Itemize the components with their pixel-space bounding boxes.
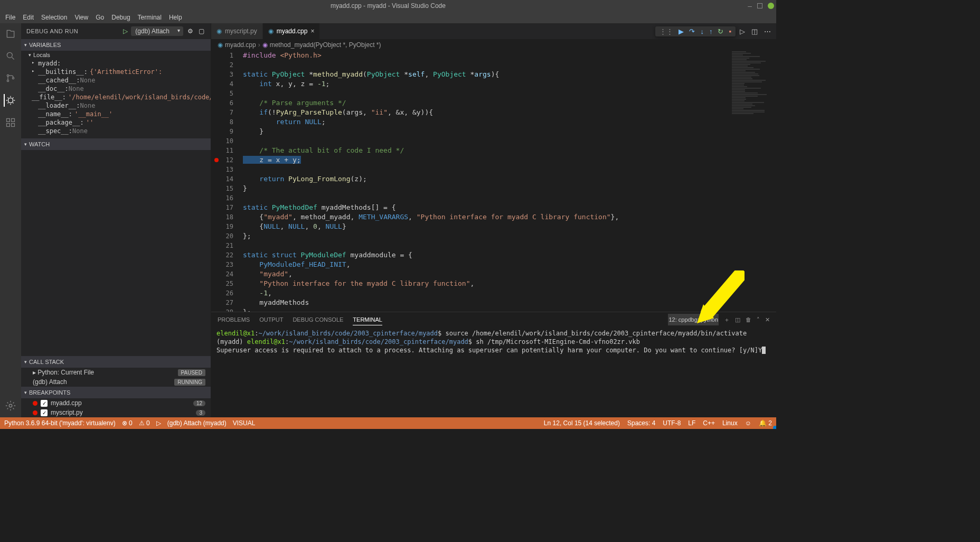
more-actions-icon[interactable]: ⋯: [764, 27, 771, 35]
svg-rect-7: [7, 124, 10, 127]
debug-icon[interactable]: [4, 94, 16, 107]
breadcrumb-file[interactable]: myadd.cpp: [225, 41, 256, 49]
debug-header: DEBUG AND RUN ▷ (gdb) Attach ⚙ ▢: [21, 23, 211, 39]
window-maximize-icon[interactable]: [757, 3, 762, 8]
settings-gear-icon[interactable]: [4, 399, 17, 412]
panel-tab-problems[interactable]: PROBLEMS: [218, 314, 250, 325]
step-out-icon[interactable]: ↑: [709, 27, 713, 35]
split-editor-icon[interactable]: ◫: [751, 27, 758, 35]
status-encoding[interactable]: UTF-8: [663, 419, 681, 427]
editor-tabs: ◉myscript.py◉myadd.cpp× ⋮⋮ ▶ ↷ ↓ ↑ ↻ ▪ ▷…: [211, 23, 776, 39]
code-editor[interactable]: 1234567891011121314151617181920212223242…: [211, 51, 776, 312]
breakpoints-section[interactable]: ▾BREAKPOINTS: [21, 387, 211, 398]
continue-icon[interactable]: ▶: [679, 27, 684, 35]
callstack-section[interactable]: ▾CALL STACK: [21, 356, 211, 368]
explorer-icon[interactable]: [4, 27, 17, 40]
status-notifications[interactable]: 🔔 2: [759, 419, 772, 427]
menu-view[interactable]: View: [71, 13, 91, 22]
debug-toolbar: ⋮⋮ ▶ ↷ ↓ ↑ ↻ ▪: [655, 26, 736, 36]
variable-row[interactable]: __name__: '__main__': [21, 110, 211, 118]
terminal-select[interactable]: 12: cppdbg: python: [668, 314, 719, 325]
source-control-icon[interactable]: [4, 72, 17, 85]
status-errors[interactable]: ⊗ 0: [122, 419, 133, 427]
panel-tab-terminal[interactable]: TERMINAL: [353, 314, 382, 325]
breadcrumb[interactable]: ◉ myadd.cpp › ◉ method_myadd(PyObject *,…: [211, 39, 776, 51]
debug-title: DEBUG AND RUN: [26, 28, 120, 34]
status-feedback-icon[interactable]: ☺: [745, 419, 751, 427]
variable-row[interactable]: __doc__: None: [21, 85, 211, 93]
status-python[interactable]: Python 3.6.9 64-bit ('myadd': virtualenv…: [4, 419, 116, 427]
kill-terminal-icon[interactable]: 🗑: [746, 314, 751, 325]
breadcrumb-symbol[interactable]: method_myadd(PyObject *, PyObject *): [270, 41, 381, 49]
step-over-icon[interactable]: ↷: [689, 27, 695, 35]
menu-file[interactable]: File: [2, 13, 18, 22]
menu-help[interactable]: Help: [166, 13, 185, 22]
window-minimize-icon[interactable]: –: [748, 2, 752, 10]
window-close-icon[interactable]: [768, 3, 774, 9]
debug-console-icon[interactable]: ▢: [197, 26, 205, 36]
panel-tab-debug-console[interactable]: DEBUG CONSOLE: [293, 314, 343, 325]
status-os[interactable]: Linux: [722, 419, 738, 427]
svg-point-2: [7, 80, 8, 81]
panel-tab-output[interactable]: OUTPUT: [259, 314, 283, 325]
close-panel-icon[interactable]: ✕: [765, 314, 770, 325]
file-icon: ◉: [268, 27, 274, 35]
status-eol[interactable]: LF: [688, 419, 695, 427]
stop-icon[interactable]: ▪: [729, 27, 731, 35]
new-terminal-icon[interactable]: ＋: [724, 314, 730, 326]
menu-terminal[interactable]: Terminal: [135, 13, 165, 22]
variable-row[interactable]: __cached__: None: [21, 76, 211, 85]
watch-section[interactable]: ▾WATCH: [21, 138, 211, 150]
status-warnings[interactable]: ⚠ 0: [139, 419, 150, 427]
debug-config-select[interactable]: (gdb) Attach: [131, 26, 183, 36]
editor-tab-myadd-cpp[interactable]: ◉myadd.cpp×: [263, 23, 321, 39]
status-debug-play-icon[interactable]: ▷: [156, 419, 161, 427]
callstack-row[interactable]: ▸ Python: Current FilePAUSED: [21, 368, 211, 377]
search-icon[interactable]: [4, 50, 17, 62]
svg-rect-5: [7, 119, 10, 122]
checkbox-icon[interactable]: ✓: [41, 400, 48, 407]
split-terminal-icon[interactable]: ◫: [735, 314, 740, 325]
variable-row[interactable]: __package__: '': [21, 118, 211, 127]
checkbox-icon[interactable]: ✓: [41, 409, 48, 416]
callstack-row[interactable]: (gdb) AttachRUNNING: [21, 377, 211, 387]
variable-row[interactable]: ▸myadd:: [21, 59, 211, 68]
status-debug-config[interactable]: (gdb) Attach (myadd): [167, 419, 227, 427]
breakpoint-row[interactable]: ✓myscript.py3: [21, 408, 211, 417]
debug-settings-icon[interactable]: ⚙: [186, 26, 194, 36]
drag-handle-icon[interactable]: ⋮⋮: [659, 27, 673, 35]
variable-row[interactable]: __spec__: None: [21, 127, 211, 135]
status-language[interactable]: C++: [703, 419, 715, 427]
extensions-icon[interactable]: [4, 116, 17, 129]
locals-header[interactable]: ▾Locals: [21, 51, 211, 59]
editor-area: ◉myscript.py◉myadd.cpp× ⋮⋮ ▶ ↷ ↓ ↑ ↻ ▪ ▷…: [211, 23, 776, 417]
file-icon: ◉: [218, 41, 223, 49]
variables-section[interactable]: ▾VARIABLES: [21, 39, 211, 51]
variable-row[interactable]: __loader__: None: [21, 101, 211, 110]
start-debug-icon[interactable]: ▷: [123, 27, 128, 35]
menu-go[interactable]: Go: [92, 13, 107, 22]
variable-row[interactable]: __file__: '/home/elendil/work/island_bir…: [21, 93, 211, 101]
activity-bar: [0, 23, 21, 417]
svg-point-1: [7, 74, 8, 76]
breakpoint-row[interactable]: ✓myadd.cpp12: [21, 398, 211, 408]
step-into-icon[interactable]: ↓: [700, 27, 704, 35]
status-spaces[interactable]: Spaces: 4: [627, 419, 655, 427]
menu-debug[interactable]: Debug: [108, 13, 133, 22]
svg-point-3: [12, 77, 14, 79]
menu-selection[interactable]: Selection: [38, 13, 70, 22]
close-tab-icon[interactable]: ×: [310, 27, 314, 35]
maximize-panel-icon[interactable]: ˄: [757, 314, 760, 325]
restart-icon[interactable]: ↻: [718, 27, 723, 35]
minimap[interactable]: [729, 51, 776, 312]
terminal[interactable]: elendil@x1:~/work/island_birds/code/2003…: [211, 327, 776, 417]
editor-tab-myscript-py[interactable]: ◉myscript.py: [211, 23, 263, 39]
run-file-icon[interactable]: ▷: [740, 27, 745, 35]
svg-rect-8: [12, 124, 15, 127]
debug-sidebar: DEBUG AND RUN ▷ (gdb) Attach ⚙ ▢ ▾VARIAB…: [21, 23, 211, 417]
method-icon: ◉: [262, 41, 268, 49]
variable-row[interactable]: ▸__builtins__: {'ArithmeticError':: [21, 68, 211, 76]
menu-edit[interactable]: Edit: [20, 13, 37, 22]
status-cursor-pos[interactable]: Ln 12, Col 15 (14 selected): [544, 419, 620, 427]
file-icon: ◉: [216, 27, 222, 35]
